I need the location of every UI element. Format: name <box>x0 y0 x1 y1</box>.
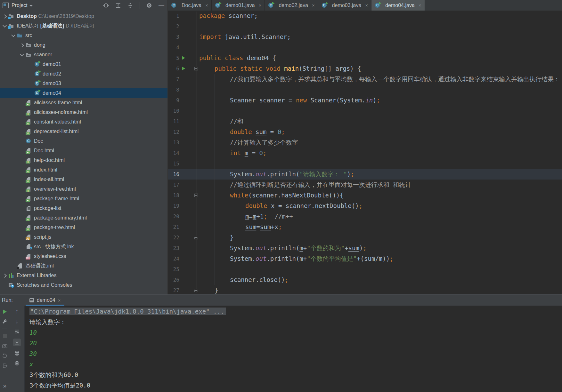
tree-item-IDEA[interactable]: IDEA练习 [基础语法] D:\IDEA练习 <box>0 21 167 31</box>
trash-icon[interactable] <box>14 360 20 366</box>
code-line-7: 7//我们要输入多个数字，并求其总和与平均数，每输入一个数字用回车确认，通过输入… <box>168 74 562 84</box>
tab-demo03.java[interactable]: Cdemo03.java× <box>318 0 371 11</box>
html-file-icon: H <box>26 196 32 202</box>
code-line-20: 20m=m+1; //m++ <box>168 211 562 222</box>
run-tab-demo04[interactable]: demo04 × <box>26 295 65 306</box>
line-number: 9 <box>168 95 179 106</box>
line-number: 26 <box>168 275 179 285</box>
up-arrow-icon[interactable]: ↑ <box>14 309 20 315</box>
code-line-9: 9Scanner scanner = new Scanner(System.in… <box>168 95 562 106</box>
line-number: 22 <box>168 232 179 243</box>
chevron-down-icon[interactable] <box>19 50 26 60</box>
scroll-to-end-icon[interactable] <box>13 339 21 346</box>
tree-item-label: index-all.html <box>34 177 64 182</box>
tab-demo04.java[interactable]: Cdemo04.java× <box>371 0 425 11</box>
fold-icon[interactable] <box>194 194 198 197</box>
tree-item-src-.lnk[interactable]: ?src - 快捷方式.lnk <box>0 242 167 252</box>
close-icon[interactable]: × <box>205 3 208 8</box>
tree-item-allclasses-noframe.html[interactable]: Hallclasses-noframe.html <box>0 108 167 117</box>
tree-item-help-doc.html[interactable]: Hhelp-doc.html <box>0 156 167 165</box>
tree-item-deprecated-list.html[interactable]: Hdeprecated-list.html <box>0 127 167 136</box>
hide-panel-icon[interactable]: — <box>159 3 164 8</box>
console-line: 3个数的平均值是20.0 <box>25 380 562 391</box>
tree-item-demo04[interactable]: Cdemo04 <box>0 88 167 98</box>
close-icon[interactable]: × <box>365 3 368 8</box>
tree-item-Doc[interactable]: CDoc <box>0 136 167 146</box>
ide-window: Project — Desktop C:\Users\28319\Desktop… <box>0 0 562 392</box>
html-file-icon: H <box>26 148 32 154</box>
tree-item-Doc.html[interactable]: HDoc.html <box>0 146 167 156</box>
tab-demo01.java[interactable]: Cdemo01.java× <box>212 0 265 11</box>
code-line-3: 3import java.util.Scanner; <box>168 32 562 42</box>
exit-icon[interactable] <box>2 363 8 369</box>
fold-end-icon[interactable] <box>194 289 198 292</box>
soft-wrap-icon[interactable] <box>14 329 20 334</box>
close-icon[interactable]: × <box>419 3 421 8</box>
gear-icon[interactable] <box>146 3 152 8</box>
tab-demo02.java[interactable]: Cdemo02.java× <box>265 0 318 11</box>
tree-item-overview-tree.html[interactable]: Hoverview-tree.html <box>0 184 167 194</box>
chevron-right-icon[interactable] <box>2 271 8 280</box>
tree-item-allclasses-frame.html[interactable]: Hallclasses-frame.html <box>0 98 167 108</box>
tree-item-Desktop[interactable]: Desktop C:\Users\28319\Desktop <box>0 12 167 21</box>
tree-item-constant-values.html[interactable]: Hconstant-values.html <box>0 117 167 127</box>
stop-icon[interactable] <box>2 333 8 339</box>
close-icon[interactable]: × <box>58 298 61 303</box>
chevron-down-icon[interactable] <box>29 5 33 7</box>
tree-item-script.js[interactable]: JSscript.js <box>0 232 167 242</box>
camera-icon[interactable] <box>2 343 8 349</box>
locate-icon[interactable] <box>103 3 109 8</box>
tree-item-label: allclasses-noframe.html <box>34 109 88 115</box>
tree-item-index-all.html[interactable]: Hindex-all.html <box>0 175 167 184</box>
expand-all-icon[interactable] <box>115 3 121 8</box>
project-view-selector[interactable]: Project <box>12 3 28 8</box>
code-line-24: 24System.out.println(m+"个数的平均值是"+(sum/m)… <box>168 253 562 264</box>
wrench-icon[interactable] <box>2 319 8 324</box>
tree-item-src[interactable]: src <box>0 31 167 40</box>
tree-item-scanner[interactable]: scanner <box>0 50 167 60</box>
tree-item-package-frame.html[interactable]: Hpackage-frame.html <box>0 194 167 204</box>
tree-item-ExternalLibraries[interactable]: External Libraries <box>0 271 167 280</box>
print-icon[interactable] <box>14 350 20 356</box>
fold-icon[interactable] <box>194 67 198 70</box>
run-line-icon[interactable] <box>182 56 185 60</box>
run-header: Run: demo04 × <box>0 294 562 306</box>
tree-item-ScratchesandConsoles[interactable]: Scratches and Consoles <box>0 280 167 290</box>
close-icon[interactable]: × <box>259 3 262 8</box>
code-line-16: 16System.out.println("请输入数字： "); <box>168 169 562 180</box>
down-arrow-icon[interactable]: ↓ <box>14 319 20 324</box>
close-icon[interactable]: × <box>312 3 315 8</box>
rerun-icon[interactable] <box>2 309 8 315</box>
console-output[interactable]: "C:\Program Files\Java\jdk1.8.0_311\bin\… <box>25 306 562 392</box>
html-file-icon: H <box>26 177 32 182</box>
line-number: 19 <box>168 201 179 211</box>
tree-item-.iml[interactable]: 基础语法.iml <box>0 261 167 271</box>
tree-item-package-tree.html[interactable]: Hpackage-tree.html <box>0 223 167 232</box>
more-icon[interactable]: » <box>3 383 6 389</box>
tree-item-package-list[interactable]: package-list <box>0 204 167 213</box>
tree-item-demo03[interactable]: Cdemo03 <box>0 79 167 88</box>
run-line-icon[interactable] <box>182 67 185 70</box>
tree-item-index.html[interactable]: Hindex.html <box>0 165 167 175</box>
tab-Doc.java[interactable]: CDoc.java× <box>168 0 212 11</box>
chevron-right-icon[interactable] <box>2 12 8 21</box>
restart-build-icon[interactable] <box>2 353 8 359</box>
html-file-icon: H <box>26 225 32 230</box>
code-editor[interactable]: 1package scanner;23import java.util.Scan… <box>168 11 562 294</box>
code-line-26: 26scanner.close(); <box>168 275 562 285</box>
tree-item-package-summary.html[interactable]: Hpackage-summary.html <box>0 213 167 223</box>
tree-item-demo02[interactable]: Cdemo02 <box>0 69 167 79</box>
chevron-down-icon[interactable] <box>10 31 17 40</box>
tree-item-stylesheet.css[interactable]: CSSstylesheet.css <box>0 252 167 261</box>
tree-item-label: [基础语法] <box>39 23 64 28</box>
class-run-icon: C <box>322 3 328 8</box>
tree-item-demo01[interactable]: Cdemo01 <box>0 60 167 69</box>
editor-tabs: CDoc.java×Cdemo01.java×Cdemo02.java×Cdem… <box>168 0 562 11</box>
collapse-all-icon[interactable] <box>127 3 133 8</box>
chevron-right-icon[interactable] <box>19 40 26 50</box>
fold-end-icon[interactable] <box>194 236 198 239</box>
tree-item-label: package-list <box>34 205 61 211</box>
line-number: 15 <box>168 158 179 169</box>
tree-item-dong[interactable]: dong <box>0 40 167 50</box>
chevron-down-icon[interactable] <box>2 21 8 31</box>
